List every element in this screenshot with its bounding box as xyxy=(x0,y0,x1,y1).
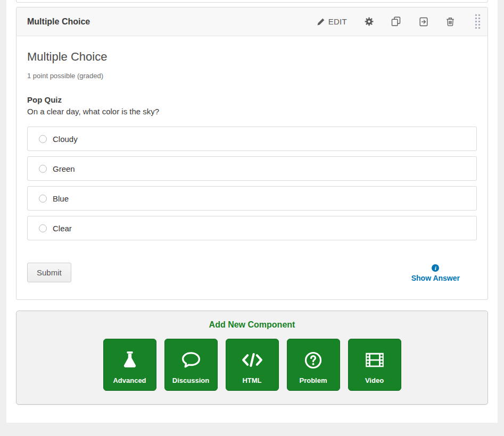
duplicate-icon xyxy=(391,16,401,27)
option-row-clear[interactable]: Clear xyxy=(27,216,477,240)
answer-options: Cloudy Green Blue Clear xyxy=(27,127,477,240)
component-header: Multiple Choice EDIT xyxy=(16,7,488,36)
move-button[interactable] xyxy=(419,17,428,27)
duplicate-button[interactable] xyxy=(391,16,401,27)
film-icon xyxy=(365,343,385,376)
add-button-label: HTML xyxy=(242,376,261,384)
radio-button[interactable] xyxy=(39,165,47,173)
radio-button[interactable] xyxy=(39,224,47,232)
submit-button[interactable]: Submit xyxy=(27,263,71,282)
code-icon xyxy=(241,343,264,376)
content-column: Multiple Choice EDIT xyxy=(6,0,498,423)
trash-icon xyxy=(446,17,455,27)
settings-button[interactable] xyxy=(365,17,374,26)
option-label: Clear xyxy=(53,224,72,233)
delete-button[interactable] xyxy=(446,17,455,27)
info-circle-icon: i xyxy=(432,264,439,272)
add-button-label: Problem xyxy=(299,376,327,384)
add-html-button[interactable]: HTML xyxy=(226,339,279,391)
add-video-button[interactable]: Video xyxy=(348,339,401,391)
show-answer-block: i Show Answer xyxy=(411,264,460,282)
add-component-buttons: Advanced Discussion HT xyxy=(16,339,488,391)
add-button-label: Advanced xyxy=(113,376,146,384)
component-preview: Multiple Choice 1 point possible (graded… xyxy=(16,36,488,299)
question-circle-icon xyxy=(304,343,323,376)
add-advanced-button[interactable]: Advanced xyxy=(103,339,156,391)
problem-actions: Submit i Show Answer xyxy=(27,263,477,282)
edit-button[interactable]: EDIT xyxy=(317,17,347,26)
previous-component-bottom-edge xyxy=(16,0,488,3)
option-label: Green xyxy=(53,164,75,173)
problem-title: Multiple Choice xyxy=(27,50,477,64)
option-row-blue[interactable]: Blue xyxy=(27,186,477,211)
gear-icon xyxy=(365,17,374,26)
question-title: Pop Quiz xyxy=(27,95,477,104)
speech-bubble-icon xyxy=(181,343,201,376)
edit-button-label: EDIT xyxy=(328,17,347,26)
option-label: Cloudy xyxy=(53,135,78,144)
points-text: 1 point possible (graded) xyxy=(27,72,477,80)
drag-handle-icon[interactable] xyxy=(475,14,480,29)
add-new-component-title: Add New Component xyxy=(16,320,488,330)
show-answer-link[interactable]: Show Answer xyxy=(411,274,460,282)
add-problem-button[interactable]: Problem xyxy=(287,339,340,391)
move-icon xyxy=(419,17,428,27)
pencil-icon xyxy=(317,18,325,26)
multiple-choice-component-card: Multiple Choice EDIT xyxy=(16,7,488,300)
option-label: Blue xyxy=(53,194,69,203)
add-button-label: Discussion xyxy=(172,376,209,384)
question-text: On a clear day, what color is the sky? xyxy=(27,107,477,116)
add-button-label: Video xyxy=(365,376,384,384)
add-discussion-button[interactable]: Discussion xyxy=(164,339,218,391)
option-row-green[interactable]: Green xyxy=(27,156,477,181)
flask-icon xyxy=(121,343,139,376)
component-title: Multiple Choice xyxy=(27,17,90,27)
add-new-component-panel: Add New Component Advanced Discussion xyxy=(16,311,488,405)
component-actions: EDIT xyxy=(317,14,480,29)
radio-button[interactable] xyxy=(39,195,47,203)
option-row-cloudy[interactable]: Cloudy xyxy=(27,127,477,151)
radio-button[interactable] xyxy=(39,135,47,143)
